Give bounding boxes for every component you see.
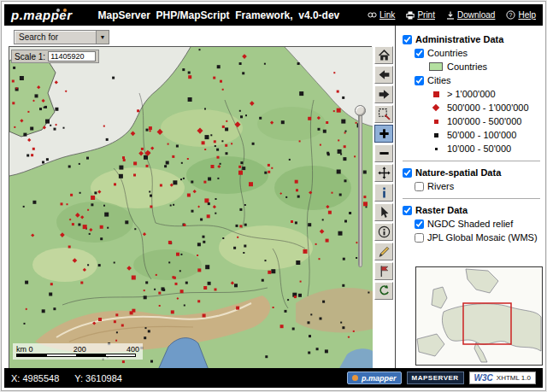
scale-input[interactable] <box>48 51 96 61</box>
tool-refresh-button[interactable] <box>374 282 393 300</box>
layer-checkbox-rivers[interactable] <box>415 182 424 191</box>
legend-symbol-cell <box>428 133 444 137</box>
zoom-slider-track[interactable] <box>358 113 362 267</box>
dropdown-arrow-icon[interactable]: ▼ <box>96 31 109 44</box>
download-label: Download <box>457 10 495 20</box>
pencil-icon <box>378 245 391 258</box>
layer-checkbox-ngdc[interactable] <box>415 219 424 229</box>
legend-layer-row: NGDC Shaded relief <box>403 217 540 231</box>
legend-group-label: Nature-spatial Data <box>415 167 501 178</box>
search-for-label: Search for <box>15 32 96 42</box>
class-label: > 1'000'000 <box>447 89 496 99</box>
cursor-icon <box>378 206 391 219</box>
download-icon <box>446 11 455 20</box>
download-link[interactable]: Download <box>446 10 495 20</box>
scalebar-zero-label: km 0 <box>16 345 33 354</box>
map-canvas[interactable] <box>9 47 373 370</box>
print-label: Print <box>417 10 435 20</box>
tool-add-point-button[interactable] <box>374 262 393 280</box>
tool-zoom-selected-button[interactable] <box>374 105 393 123</box>
zoom-slider-handle[interactable] <box>355 105 366 116</box>
status-bar: X: 4985548 Y: 3610984 p.mapper MAPSERVER… <box>4 368 543 388</box>
layer-label: NGDC Shaded relief <box>427 219 513 229</box>
w3c-badge-label: W3C <box>474 373 493 383</box>
tool-back-button[interactable] <box>374 66 393 84</box>
black-dot-icon <box>435 148 438 150</box>
legend-layer-row: Cities <box>403 73 540 87</box>
info-circle-icon <box>378 225 391 238</box>
help-label: Help <box>518 10 536 20</box>
group-checkbox-nature[interactable] <box>403 168 412 178</box>
layer-label: Rivers <box>427 181 454 191</box>
legend-layer-row: Rivers <box>403 179 540 193</box>
reference-map[interactable] <box>415 266 543 366</box>
pmapper-badge[interactable]: p.mapper <box>347 372 402 384</box>
layer-checkbox-jpl[interactable] <box>415 233 424 243</box>
group-checkbox-raster[interactable] <box>403 206 412 215</box>
cursor-coordinates: X: 4985548 Y: 3610984 <box>11 373 122 383</box>
tool-identify-button[interactable] <box>374 184 393 202</box>
scale-box: Scale 1: <box>11 50 99 63</box>
identify-i-icon <box>378 186 391 199</box>
pan-arrows-icon <box>378 167 391 179</box>
zoom-selected-icon <box>378 108 391 120</box>
tool-select-button[interactable] <box>374 203 393 221</box>
group-checkbox-administrative[interactable] <box>403 35 412 44</box>
xhtml-badge-label: XHTML 1.0 <box>497 374 531 382</box>
legend-layer-row: Countries <box>403 46 540 60</box>
legend-class-row: 500'000 - 1'000'000 <box>403 101 540 114</box>
legend-group-nature: Nature-spatial Data Rivers <box>403 161 540 198</box>
header-links: Link Print Download ? Help <box>368 10 536 20</box>
tool-tooltip-button[interactable] <box>374 223 393 241</box>
link-link[interactable]: Link <box>368 10 395 20</box>
class-label: 500'000 - 1'000'000 <box>447 102 529 113</box>
tool-zoom-out-button[interactable] <box>374 144 393 162</box>
link-icon <box>368 11 377 19</box>
pmapper-badge-label: p.mapper <box>362 374 397 383</box>
refresh-icon <box>378 284 391 297</box>
scale-label: Scale 1: <box>15 52 45 61</box>
w3c-xhtml-badge[interactable]: W3C XHTML 1.0 <box>469 372 536 384</box>
legend-group-row: Administrative Data <box>403 32 540 46</box>
arrow-right-icon <box>378 88 391 101</box>
map-viewport[interactable]: Scale 1: km 0 200 400 <box>9 46 372 369</box>
scalebar-bar <box>16 354 136 357</box>
legend-symbol-cell <box>428 120 444 124</box>
print-link[interactable]: Print <box>406 10 435 20</box>
app-logo: p.mapper <box>11 8 79 22</box>
legend-symbol-cell <box>428 91 444 97</box>
legend-symbol-cell <box>428 148 444 150</box>
zoom-slider[interactable] <box>354 105 367 269</box>
legend-symbol-cell <box>428 105 444 110</box>
legend-symbol-cell <box>428 62 444 71</box>
search-for-dropdown[interactable]: Search for ▼ <box>14 30 109 44</box>
print-icon <box>406 11 415 20</box>
help-link[interactable]: ? Help <box>506 10 536 20</box>
tool-zoom-in-button[interactable] <box>374 125 393 143</box>
tool-measure-button[interactable] <box>374 243 393 260</box>
tool-forward-button[interactable] <box>374 85 393 103</box>
layer-label: JPL Global Mosaic (WMS) <box>427 232 538 243</box>
layer-label: Cities <box>427 75 451 85</box>
tool-pan-button[interactable] <box>374 164 393 182</box>
legend-class-row: 100'000 - 500'000 <box>403 114 540 128</box>
class-label: 100'000 - 500'000 <box>447 116 521 126</box>
legend-group-row: Nature-spatial Data <box>403 166 540 179</box>
class-label: 50'000 - 100'000 <box>447 130 516 140</box>
map-scalebar: km 0 200 400 <box>13 343 143 360</box>
mapserver-badge[interactable]: MAPSERVER <box>407 372 464 384</box>
tool-home-button[interactable] <box>374 46 393 64</box>
layer-checkbox-cities[interactable] <box>415 76 424 85</box>
mapserver-badge-label: MAPSERVER <box>412 374 459 382</box>
app-title: MapServer PHP/MapScript Framework, v4.0-… <box>98 9 340 21</box>
class-label: 10'000 - 50'000 <box>447 143 511 154</box>
black-square-icon <box>434 133 438 137</box>
red-square-large-icon <box>433 91 439 97</box>
scalebar-end-label: 400 <box>126 345 139 354</box>
app-window: p.mapper MapServer PHP/MapScript Framewo… <box>1 1 546 391</box>
legend-group-label: Raster Data <box>415 205 468 215</box>
red-diamond-icon <box>432 104 439 111</box>
x-coordinate: X: 4985548 <box>11 373 59 383</box>
link-label: Link <box>379 10 395 20</box>
layer-checkbox-countries[interactable] <box>415 49 424 58</box>
